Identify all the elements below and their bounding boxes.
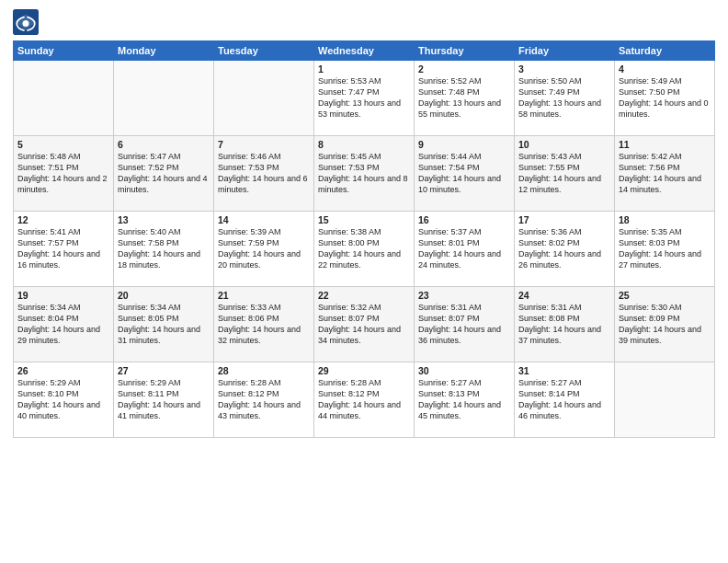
day-number: 1 — [318, 63, 410, 75]
cell-content: Sunrise: 5:32 AM Sunset: 8:07 PM Dayligh… — [318, 302, 410, 347]
day-number: 16 — [418, 214, 510, 225]
day-number: 25 — [619, 290, 711, 301]
cell-content: Sunrise: 5:53 AM Sunset: 7:47 PM Dayligh… — [318, 75, 410, 121]
calendar-cell: 31Sunrise: 5:27 AM Sunset: 8:14 PM Dayli… — [515, 362, 615, 438]
day-number: 19 — [17, 290, 109, 301]
weekday-header-row: SundayMondayTuesdayWednesdayThursdayFrid… — [14, 41, 715, 61]
day-number: 30 — [418, 365, 510, 376]
calendar-cell: 20Sunrise: 5:34 AM Sunset: 8:05 PM Dayli… — [114, 287, 214, 362]
day-number: 6 — [118, 139, 210, 150]
week-row-4: 19Sunrise: 5:34 AM Sunset: 8:04 PM Dayli… — [14, 287, 715, 362]
calendar-cell: 9Sunrise: 5:44 AM Sunset: 7:54 PM Daylig… — [415, 136, 515, 212]
calendar-cell: 19Sunrise: 5:34 AM Sunset: 8:04 PM Dayli… — [14, 287, 114, 362]
calendar-cell: 17Sunrise: 5:36 AM Sunset: 8:02 PM Dayli… — [515, 212, 615, 287]
day-number: 17 — [518, 214, 610, 225]
cell-content: Sunrise: 5:43 AM Sunset: 7:55 PM Dayligh… — [518, 151, 610, 196]
cell-content: Sunrise: 5:36 AM Sunset: 8:02 PM Dayligh… — [518, 226, 610, 271]
calendar-cell: 11Sunrise: 5:42 AM Sunset: 7:56 PM Dayli… — [615, 136, 715, 212]
calendar-cell: 26Sunrise: 5:29 AM Sunset: 8:10 PM Dayli… — [14, 362, 114, 438]
calendar-cell: 12Sunrise: 5:41 AM Sunset: 7:57 PM Dayli… — [14, 212, 114, 287]
calendar-cell: 16Sunrise: 5:37 AM Sunset: 8:01 PM Dayli… — [415, 212, 515, 287]
day-number: 23 — [418, 290, 510, 301]
calendar-cell: 28Sunrise: 5:28 AM Sunset: 8:12 PM Dayli… — [214, 362, 314, 438]
day-number: 26 — [17, 365, 109, 376]
week-row-1: 1Sunrise: 5:53 AM Sunset: 7:47 PM Daylig… — [14, 61, 715, 136]
logo-icon — [13, 9, 39, 35]
weekday-header-tuesday: Tuesday — [214, 41, 314, 61]
logo — [13, 9, 42, 35]
calendar-cell: 22Sunrise: 5:32 AM Sunset: 8:07 PM Dayli… — [314, 287, 415, 362]
calendar-cell: 27Sunrise: 5:29 AM Sunset: 8:11 PM Dayli… — [114, 362, 214, 438]
day-number: 7 — [218, 139, 310, 150]
day-number: 10 — [518, 139, 610, 150]
day-number: 5 — [17, 139, 109, 150]
day-number: 4 — [619, 63, 711, 75]
weekday-header-thursday: Thursday — [415, 41, 515, 61]
cell-content: Sunrise: 5:49 AM Sunset: 7:50 PM Dayligh… — [619, 75, 711, 121]
calendar-cell: 8Sunrise: 5:45 AM Sunset: 7:53 PM Daylig… — [314, 136, 415, 212]
cell-content: Sunrise: 5:46 AM Sunset: 7:53 PM Dayligh… — [218, 151, 310, 196]
day-number: 24 — [518, 290, 610, 301]
day-number: 2 — [418, 63, 510, 75]
cell-content: Sunrise: 5:29 AM Sunset: 8:11 PM Dayligh… — [118, 377, 210, 422]
week-row-2: 5Sunrise: 5:48 AM Sunset: 7:51 PM Daylig… — [14, 136, 715, 212]
calendar-table: SundayMondayTuesdayWednesdayThursdayFrid… — [13, 40, 715, 438]
day-number: 3 — [518, 63, 610, 75]
calendar-cell — [14, 61, 114, 136]
calendar-cell: 18Sunrise: 5:35 AM Sunset: 8:03 PM Dayli… — [615, 212, 715, 287]
calendar-cell — [114, 61, 214, 136]
day-number: 27 — [118, 365, 210, 376]
header — [13, 9, 715, 35]
calendar-cell: 13Sunrise: 5:40 AM Sunset: 7:58 PM Dayli… — [114, 212, 214, 287]
week-row-3: 12Sunrise: 5:41 AM Sunset: 7:57 PM Dayli… — [14, 212, 715, 287]
cell-content: Sunrise: 5:27 AM Sunset: 8:13 PM Dayligh… — [418, 377, 510, 422]
calendar-cell: 5Sunrise: 5:48 AM Sunset: 7:51 PM Daylig… — [14, 136, 114, 212]
day-number: 18 — [619, 214, 711, 225]
cell-content: Sunrise: 5:41 AM Sunset: 7:57 PM Dayligh… — [17, 226, 109, 271]
svg-point-2 — [23, 20, 29, 27]
calendar-cell — [214, 61, 314, 136]
calendar-cell: 24Sunrise: 5:31 AM Sunset: 8:08 PM Dayli… — [515, 287, 615, 362]
calendar-cell: 25Sunrise: 5:30 AM Sunset: 8:09 PM Dayli… — [615, 287, 715, 362]
cell-content: Sunrise: 5:28 AM Sunset: 8:12 PM Dayligh… — [318, 377, 410, 422]
cell-content: Sunrise: 5:34 AM Sunset: 8:04 PM Dayligh… — [17, 302, 109, 347]
day-number: 21 — [218, 290, 310, 301]
calendar-cell: 6Sunrise: 5:47 AM Sunset: 7:52 PM Daylig… — [114, 136, 214, 212]
day-number: 11 — [619, 139, 711, 150]
day-number: 20 — [118, 290, 210, 301]
cell-content: Sunrise: 5:31 AM Sunset: 8:08 PM Dayligh… — [518, 302, 610, 347]
cell-content: Sunrise: 5:48 AM Sunset: 7:51 PM Dayligh… — [17, 151, 109, 196]
calendar-cell: 4Sunrise: 5:49 AM Sunset: 7:50 PM Daylig… — [615, 61, 715, 136]
calendar-cell: 29Sunrise: 5:28 AM Sunset: 8:12 PM Dayli… — [314, 362, 415, 438]
cell-content: Sunrise: 5:44 AM Sunset: 7:54 PM Dayligh… — [418, 151, 510, 196]
weekday-header-monday: Monday — [114, 41, 214, 61]
day-number: 28 — [218, 365, 310, 376]
day-number: 15 — [318, 214, 410, 225]
cell-content: Sunrise: 5:39 AM Sunset: 7:59 PM Dayligh… — [218, 226, 310, 271]
day-number: 29 — [318, 365, 410, 376]
cell-content: Sunrise: 5:47 AM Sunset: 7:52 PM Dayligh… — [118, 151, 210, 196]
calendar-cell: 1Sunrise: 5:53 AM Sunset: 7:47 PM Daylig… — [314, 61, 415, 136]
calendar-cell: 3Sunrise: 5:50 AM Sunset: 7:49 PM Daylig… — [515, 61, 615, 136]
day-number: 31 — [518, 365, 610, 376]
calendar-cell: 23Sunrise: 5:31 AM Sunset: 8:07 PM Dayli… — [415, 287, 515, 362]
day-number: 8 — [318, 139, 410, 150]
cell-content: Sunrise: 5:45 AM Sunset: 7:53 PM Dayligh… — [318, 151, 410, 196]
calendar-cell: 30Sunrise: 5:27 AM Sunset: 8:13 PM Dayli… — [415, 362, 515, 438]
cell-content: Sunrise: 5:28 AM Sunset: 8:12 PM Dayligh… — [218, 377, 310, 422]
day-number: 9 — [418, 139, 510, 150]
cell-content: Sunrise: 5:38 AM Sunset: 8:00 PM Dayligh… — [318, 226, 410, 271]
cell-content: Sunrise: 5:40 AM Sunset: 7:58 PM Dayligh… — [118, 226, 210, 271]
day-number: 14 — [218, 214, 310, 225]
calendar-cell: 14Sunrise: 5:39 AM Sunset: 7:59 PM Dayli… — [214, 212, 314, 287]
calendar-cell: 21Sunrise: 5:33 AM Sunset: 8:06 PM Dayli… — [214, 287, 314, 362]
day-number: 13 — [118, 214, 210, 225]
day-number: 22 — [318, 290, 410, 301]
cell-content: Sunrise: 5:34 AM Sunset: 8:05 PM Dayligh… — [118, 302, 210, 347]
cell-content: Sunrise: 5:27 AM Sunset: 8:14 PM Dayligh… — [518, 377, 610, 422]
calendar-cell: 10Sunrise: 5:43 AM Sunset: 7:55 PM Dayli… — [515, 136, 615, 212]
cell-content: Sunrise: 5:30 AM Sunset: 8:09 PM Dayligh… — [619, 302, 711, 347]
cell-content: Sunrise: 5:33 AM Sunset: 8:06 PM Dayligh… — [218, 302, 310, 347]
calendar-cell: 7Sunrise: 5:46 AM Sunset: 7:53 PM Daylig… — [214, 136, 314, 212]
week-row-5: 26Sunrise: 5:29 AM Sunset: 8:10 PM Dayli… — [14, 362, 715, 438]
